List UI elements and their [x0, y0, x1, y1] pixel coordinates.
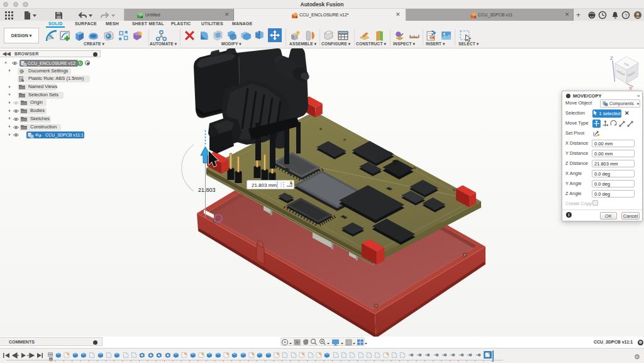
svg-text:21.803: 21.803 — [198, 187, 216, 193]
svg-text:Z: Z — [610, 55, 613, 61]
svg-text:21.803 mm: 21.803 mm — [252, 182, 277, 188]
svg-text:?: ? — [625, 13, 628, 18]
svg-text:3D: 3D — [430, 36, 433, 39]
